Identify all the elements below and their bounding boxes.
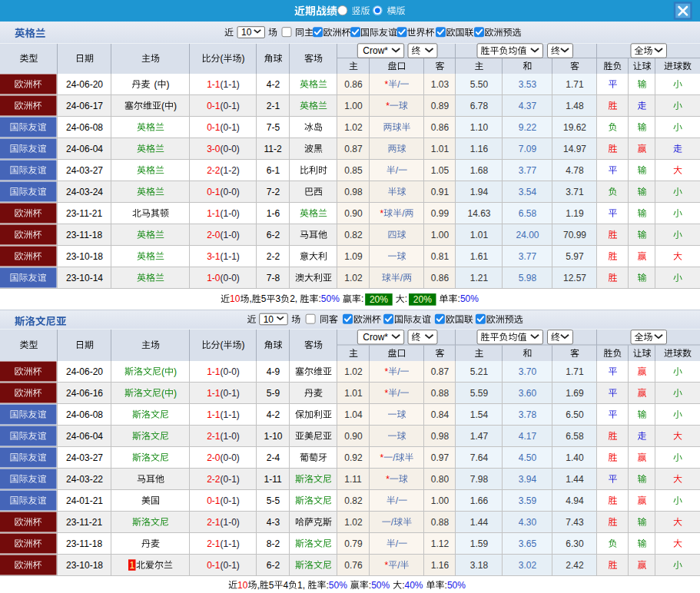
svg-text:24-06-20: 24-06-20 bbox=[66, 366, 103, 377]
svg-text:): ) bbox=[242, 53, 245, 64]
svg-text:11-2: 11-2 bbox=[264, 144, 282, 154]
svg-text:24-06-08: 24-06-08 bbox=[66, 122, 103, 133]
svg-text:4.17: 4.17 bbox=[519, 431, 537, 442]
svg-text:): ) bbox=[167, 79, 170, 90]
svg-text:0.97: 0.97 bbox=[431, 452, 450, 463]
svg-text:(: ( bbox=[161, 388, 164, 399]
svg-text:0.98: 0.98 bbox=[431, 431, 450, 442]
svg-text:2-0: 2-0 bbox=[207, 452, 221, 463]
svg-text:1.71: 1.71 bbox=[566, 79, 584, 90]
svg-text:1.16: 1.16 bbox=[470, 144, 489, 154]
svg-text:(0-1): (0-1) bbox=[221, 495, 240, 506]
svg-text:50%: 50% bbox=[321, 293, 340, 304]
svg-text:(0-0): (0-0) bbox=[221, 366, 240, 377]
svg-text:0.80: 0.80 bbox=[431, 474, 450, 485]
svg-text:0.99: 0.99 bbox=[431, 208, 450, 219]
svg-text:0.82: 0.82 bbox=[344, 495, 363, 506]
svg-text:1-1: 1-1 bbox=[207, 208, 221, 219]
svg-text:1-10: 1-10 bbox=[264, 431, 283, 442]
svg-text:(1-1): (1-1) bbox=[221, 251, 240, 262]
svg-text:2-4: 2-4 bbox=[267, 452, 280, 463]
svg-text:1-11: 1-11 bbox=[264, 474, 282, 485]
svg-text:3.70: 3.70 bbox=[519, 366, 537, 377]
svg-text:24.00: 24.00 bbox=[516, 230, 539, 240]
svg-text:10: 10 bbox=[237, 580, 248, 591]
svg-text:2.42: 2.42 bbox=[566, 560, 584, 571]
svg-text:1.00: 1.00 bbox=[344, 101, 363, 111]
svg-text:23-11-21: 23-11-21 bbox=[66, 208, 102, 219]
svg-text:(1-1): (1-1) bbox=[221, 409, 240, 420]
svg-text:3.53: 3.53 bbox=[519, 79, 537, 90]
svg-text:2-0: 2-0 bbox=[207, 230, 221, 240]
svg-text:): ) bbox=[174, 366, 177, 377]
svg-text:1-1: 1-1 bbox=[207, 79, 221, 90]
svg-text:(1-0): (1-0) bbox=[221, 431, 240, 442]
svg-text:5-5: 5-5 bbox=[267, 495, 280, 506]
svg-text:*: * bbox=[386, 101, 390, 111]
svg-text:(0-1): (0-1) bbox=[221, 560, 240, 571]
svg-text:4.94: 4.94 bbox=[566, 495, 584, 506]
svg-text:*: * bbox=[380, 208, 384, 219]
svg-text:23-10-14: 23-10-14 bbox=[66, 273, 103, 283]
svg-text:4-2: 4-2 bbox=[267, 79, 280, 90]
svg-text:50%: 50% bbox=[460, 293, 479, 304]
svg-text:6-2: 6-2 bbox=[267, 230, 280, 240]
svg-text:24-06-16: 24-06-16 bbox=[66, 388, 103, 399]
svg-text:1: 1 bbox=[129, 560, 134, 571]
svg-text:5: 5 bbox=[261, 293, 267, 304]
svg-text:3.59: 3.59 bbox=[519, 495, 537, 506]
svg-text:(: ( bbox=[221, 53, 224, 64]
svg-text:(0-0): (0-0) bbox=[221, 144, 240, 154]
svg-text:1-0: 1-0 bbox=[207, 273, 221, 283]
svg-text:1.01: 1.01 bbox=[470, 230, 489, 240]
svg-text:5: 5 bbox=[269, 580, 274, 591]
svg-text::: : bbox=[405, 293, 407, 304]
svg-text:23-10-18: 23-10-18 bbox=[66, 560, 103, 571]
svg-text:1.04: 1.04 bbox=[344, 409, 363, 420]
svg-text:1.10: 1.10 bbox=[470, 122, 489, 133]
svg-text::: : bbox=[361, 293, 363, 304]
svg-text:24-01-21: 24-01-21 bbox=[66, 495, 103, 506]
svg-text:3.77: 3.77 bbox=[519, 165, 537, 176]
svg-text:2-2: 2-2 bbox=[207, 165, 221, 176]
svg-text:(1-1): (1-1) bbox=[221, 79, 240, 90]
svg-text:24-06-20: 24-06-20 bbox=[66, 79, 103, 90]
svg-text:1.01: 1.01 bbox=[431, 144, 450, 154]
svg-text:*: * bbox=[385, 79, 389, 90]
svg-text:*: * bbox=[385, 366, 389, 377]
svg-text:0.76: 0.76 bbox=[344, 560, 363, 571]
svg-text:0.88: 0.88 bbox=[431, 517, 450, 528]
svg-text:0.86: 0.86 bbox=[431, 273, 450, 283]
svg-text:*: * bbox=[380, 452, 384, 463]
svg-text:1.94: 1.94 bbox=[470, 187, 489, 197]
svg-text:0.90: 0.90 bbox=[344, 208, 363, 219]
svg-text:1.66: 1.66 bbox=[470, 495, 489, 506]
svg-text:1.44: 1.44 bbox=[566, 474, 584, 485]
svg-text:(1-1): (1-1) bbox=[221, 538, 240, 549]
svg-text:0-1: 0-1 bbox=[207, 187, 221, 197]
svg-text:Crow*: Crow* bbox=[363, 45, 388, 56]
svg-text:4-2: 4-2 bbox=[267, 409, 280, 420]
svg-text:24-06-04: 24-06-04 bbox=[66, 144, 103, 154]
svg-text:3.77: 3.77 bbox=[519, 251, 537, 262]
svg-text:*: * bbox=[385, 388, 389, 399]
svg-text:(0-1): (0-1) bbox=[221, 474, 240, 485]
svg-text:5.21: 5.21 bbox=[470, 366, 489, 377]
svg-text:(: ( bbox=[221, 340, 224, 350]
svg-text:5.97: 5.97 bbox=[566, 251, 584, 262]
svg-text:): ) bbox=[242, 340, 245, 350]
svg-text:12.57: 12.57 bbox=[563, 273, 586, 283]
svg-text:40%: 40% bbox=[405, 580, 423, 591]
svg-text:2-1: 2-1 bbox=[267, 101, 280, 111]
svg-text:0.87: 0.87 bbox=[344, 144, 363, 154]
svg-text:1.00: 1.00 bbox=[431, 495, 450, 506]
svg-text:1-1: 1-1 bbox=[207, 366, 221, 377]
svg-text:2-2: 2-2 bbox=[207, 474, 221, 485]
svg-text:3.71: 3.71 bbox=[566, 187, 584, 197]
svg-text:4.30: 4.30 bbox=[519, 517, 537, 528]
svg-text:1.69: 1.69 bbox=[566, 388, 584, 399]
svg-text:0.89: 0.89 bbox=[431, 101, 450, 111]
svg-text:1.19: 1.19 bbox=[566, 208, 584, 219]
svg-text:2,: 2, bbox=[290, 293, 297, 304]
svg-text:(0-1): (0-1) bbox=[221, 101, 240, 111]
